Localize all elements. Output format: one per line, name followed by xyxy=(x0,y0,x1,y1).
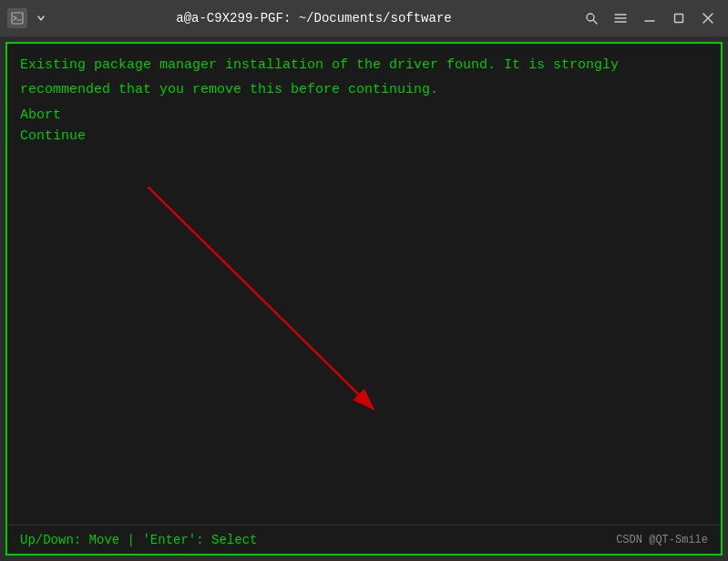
maximize-button[interactable] xyxy=(666,5,692,31)
titlebar-controls xyxy=(579,5,721,31)
svg-rect-8 xyxy=(675,15,683,23)
menu-abort[interactable]: Abort xyxy=(20,105,708,126)
menu-button[interactable] xyxy=(608,5,633,31)
terminal-icon xyxy=(7,8,27,28)
status-hint: Up/Down: Move | 'Enter': Select xyxy=(20,533,257,547)
titlebar-left xyxy=(7,8,49,28)
chevron-down-icon[interactable] xyxy=(33,10,49,26)
terminal-content: Existing package manager installation of… xyxy=(7,44,721,525)
menu-continue[interactable]: Continue xyxy=(20,126,708,147)
terminal-frame: Existing package manager installation of… xyxy=(5,42,723,556)
minimize-button[interactable] xyxy=(637,5,662,31)
terminal-wrapper: Existing package manager installation of… xyxy=(0,36,728,561)
titlebar: a@a-C9X299-PGF: ~/Documents/software xyxy=(0,0,728,36)
status-bar: Up/Down: Move | 'Enter': Select CSDN @QT… xyxy=(7,525,721,554)
window-title: a@a-C9X299-PGF: ~/Documents/software xyxy=(49,11,579,26)
svg-line-12 xyxy=(149,187,374,409)
svg-line-3 xyxy=(593,20,597,24)
info-line-1: Existing package manager installation of… xyxy=(20,55,708,76)
search-button[interactable] xyxy=(579,5,604,31)
status-watermark: CSDN @QT-Smile xyxy=(616,534,708,546)
svg-rect-0 xyxy=(12,13,23,24)
info-line-2: recommended that you remove this before … xyxy=(20,79,708,100)
close-button[interactable] xyxy=(695,5,721,31)
